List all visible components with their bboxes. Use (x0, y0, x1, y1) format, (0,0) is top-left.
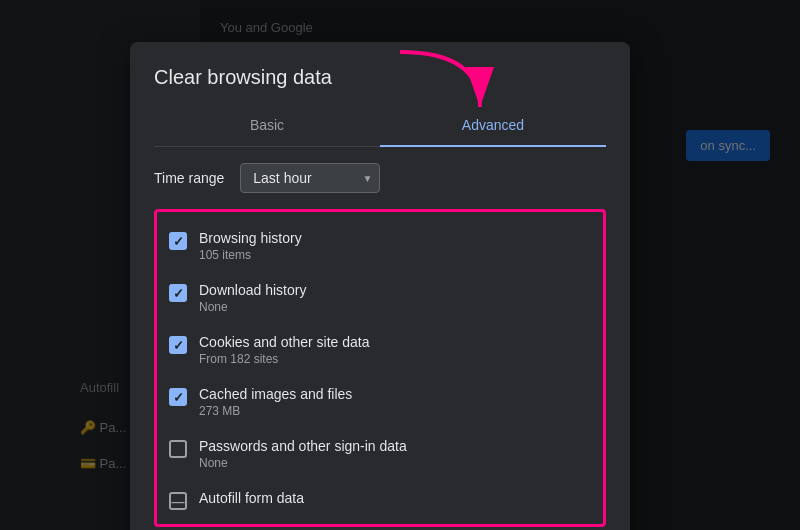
passwords-label: Passwords and other sign-in data (199, 438, 407, 454)
cookies-checkbox[interactable]: ✓ (169, 336, 187, 354)
dialog-title: Clear browsing data (154, 66, 606, 89)
list-item: ✓ Cached images and files 273 MB (157, 376, 603, 428)
list-item: ✓ Download history None (157, 272, 603, 324)
clear-browsing-dialog: Clear browsing data Basic Advanced Time … (130, 42, 630, 530)
cookies-label: Cookies and other site data (199, 334, 369, 350)
autofill-checkbox[interactable]: — (169, 492, 187, 510)
time-range-select[interactable]: Last hour Last 24 hours Last 7 days Last… (240, 163, 380, 193)
tab-advanced[interactable]: Advanced (380, 105, 606, 147)
browsing-history-checkbox[interactable]: ✓ (169, 232, 187, 250)
check-icon: ✓ (173, 235, 184, 248)
download-history-checkbox[interactable]: ✓ (169, 284, 187, 302)
passwords-sublabel: None (199, 456, 407, 470)
cached-images-checkbox[interactable]: ✓ (169, 388, 187, 406)
list-item: ✓ Cookies and other site data From 182 s… (157, 324, 603, 376)
browsing-history-sublabel: 105 items (199, 248, 302, 262)
autofill-form-text: Autofill form data (199, 490, 304, 506)
check-icon: ✓ (173, 391, 184, 404)
cached-images-sublabel: 273 MB (199, 404, 352, 418)
dialog-header: Clear browsing data Basic Advanced (130, 42, 630, 147)
autofill-form-label: Autofill form data (199, 490, 304, 506)
cookies-text: Cookies and other site data From 182 sit… (199, 334, 369, 366)
browsing-history-text: Browsing history 105 items (199, 230, 302, 262)
cached-images-text: Cached images and files 273 MB (199, 386, 352, 418)
cookies-sublabel: From 182 sites (199, 352, 369, 366)
tab-basic[interactable]: Basic (154, 105, 380, 147)
list-item: ✓ Browsing history 105 items (157, 220, 603, 272)
time-range-select-wrapper: Last hour Last 24 hours Last 7 days Last… (240, 163, 380, 193)
list-item: — Autofill form data (157, 480, 603, 516)
download-history-label: Download history (199, 282, 306, 298)
dialog-tabs: Basic Advanced (154, 105, 606, 147)
check-icon: ✓ (173, 339, 184, 352)
highlight-box: ✓ Browsing history 105 items ✓ Download … (154, 209, 606, 527)
time-range-label: Time range (154, 170, 224, 186)
time-range-row: Time range Last hour Last 24 hours Last … (154, 163, 606, 193)
passwords-text: Passwords and other sign-in data None (199, 438, 407, 470)
list-item: Passwords and other sign-in data None (157, 428, 603, 480)
cached-images-label: Cached images and files (199, 386, 352, 402)
download-history-sublabel: None (199, 300, 306, 314)
dialog-body: Time range Last hour Last 24 hours Last … (130, 147, 630, 530)
download-history-text: Download history None (199, 282, 306, 314)
passwords-checkbox[interactable] (169, 440, 187, 458)
browsing-history-label: Browsing history (199, 230, 302, 246)
check-icon: ✓ (173, 287, 184, 300)
dash-icon: — (172, 495, 185, 508)
